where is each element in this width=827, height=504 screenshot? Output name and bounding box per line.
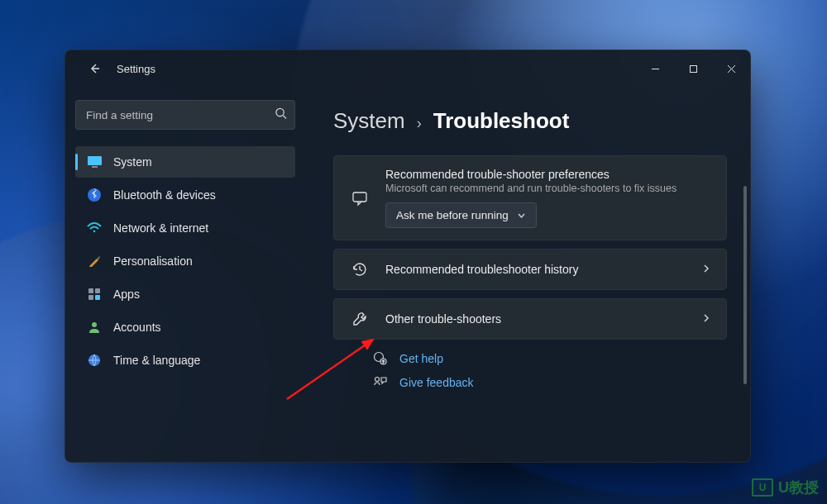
chevron-right-icon: › (417, 115, 422, 132)
search-container (75, 100, 295, 130)
close-icon (727, 64, 736, 74)
dropdown-value: Ask me before running (396, 209, 509, 221)
link-feedback-row: Give feedback (373, 375, 727, 389)
link-get-help-row: ? Get help (373, 351, 727, 365)
svg-rect-7 (95, 288, 100, 293)
svg-rect-2 (88, 156, 102, 165)
svg-text:?: ? (382, 359, 385, 364)
feedback-icon (373, 375, 388, 389)
svg-rect-9 (95, 295, 100, 300)
footer-links: ? Get help Give feedback (333, 351, 727, 389)
sidebar-item-time-language[interactable]: Time & language (75, 345, 295, 376)
minimize-button[interactable] (636, 55, 674, 82)
maximize-icon (689, 64, 698, 74)
chevron-down-icon (517, 211, 526, 220)
sidebar-item-accounts[interactable]: Accounts (75, 311, 295, 343)
card-troubleshooter-preferences: Recommended trouble-shooter preferences … (333, 155, 727, 240)
sidebar-item-system[interactable]: System (75, 146, 295, 178)
svg-point-16 (375, 378, 380, 382)
svg-rect-8 (88, 295, 93, 300)
sidebar-item-label: Time & language (113, 354, 200, 367)
window-controls (636, 55, 750, 82)
account-icon (87, 320, 102, 335)
brush-icon (87, 254, 102, 269)
wrench-icon (349, 311, 370, 327)
sidebar-item-apps[interactable]: Apps (75, 278, 295, 310)
apps-icon (87, 287, 102, 302)
page-title: Troubleshoot (433, 108, 570, 134)
chevron-right-icon (701, 263, 711, 276)
sidebar-item-personalisation[interactable]: Personalisation (75, 245, 295, 277)
main-content: System › Troubleshoot Recommended troubl… (305, 87, 750, 462)
watermark: U U教授 (752, 478, 819, 497)
card-troubleshooter-history[interactable]: Recommended troubleshooter history (333, 249, 727, 290)
back-button[interactable] (80, 55, 108, 83)
arrow-left-icon (88, 62, 101, 75)
breadcrumb-parent[interactable]: System (333, 108, 405, 134)
minimize-icon (651, 64, 660, 74)
scrollbar-thumb[interactable] (743, 186, 747, 384)
svg-point-10 (92, 322, 97, 327)
card-title: Other trouble-shooters (385, 312, 686, 326)
sidebar-item-network[interactable]: Network & internet (75, 212, 295, 244)
watermark-badge: U (752, 478, 773, 497)
svg-rect-6 (88, 288, 93, 293)
sidebar-item-label: Bluetooth & devices (113, 188, 216, 202)
display-icon (87, 155, 102, 169)
maximize-button[interactable] (674, 55, 712, 82)
help-icon: ? (373, 351, 388, 365)
titlebar: Settings (65, 50, 750, 87)
svg-rect-3 (92, 166, 98, 168)
sidebar-item-label: Accounts (113, 321, 161, 334)
link-give-feedback[interactable]: Give feedback (399, 376, 474, 389)
card-title: Recommended trouble-shooter preferences (385, 168, 711, 181)
card-subtitle: Microsoft can recommend and run trouble-… (385, 183, 711, 194)
sidebar: System Bluetooth & devices Network & int… (65, 87, 305, 462)
close-button[interactable] (712, 55, 750, 82)
card-other-troubleshooters[interactable]: Other trouble-shooters (333, 298, 727, 340)
settings-window: Settings (65, 50, 751, 463)
window-title: Settings (117, 63, 155, 75)
svg-rect-0 (690, 65, 696, 72)
time-lang-icon (87, 353, 102, 368)
sidebar-item-label: System (113, 155, 152, 169)
svg-point-5 (93, 231, 96, 233)
card-title: Recommended troubleshooter history (385, 263, 686, 276)
sidebar-item-label: Personalisation (113, 254, 193, 268)
breadcrumb: System › Troubleshoot (333, 108, 727, 134)
bluetooth-icon (87, 188, 102, 202)
chat-icon (349, 190, 370, 207)
wifi-icon (87, 221, 102, 235)
search-input[interactable] (75, 100, 295, 130)
svg-rect-12 (353, 193, 366, 202)
history-icon (349, 261, 370, 278)
chevron-right-icon (701, 312, 711, 326)
sidebar-item-bluetooth[interactable]: Bluetooth & devices (75, 179, 295, 211)
watermark-text: U教授 (778, 478, 819, 497)
scrollbar[interactable] (743, 186, 747, 450)
sidebar-item-label: Apps (113, 288, 140, 301)
link-get-help[interactable]: Get help (399, 352, 443, 365)
preferences-dropdown[interactable]: Ask me before running (385, 202, 537, 228)
sidebar-nav: System Bluetooth & devices Network & int… (75, 146, 295, 376)
sidebar-item-label: Network & internet (113, 221, 208, 235)
